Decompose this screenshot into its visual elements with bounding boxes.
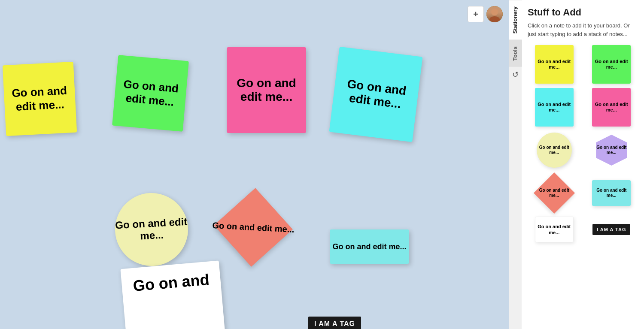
stat-note-diamond[interactable]: Go on and edit me... [535, 174, 574, 212]
stat-note-text: Go on and edit me... [592, 102, 631, 113]
sticky-note-diamond[interactable]: Go on and edit me... [208, 182, 298, 272]
stationery-green[interactable]: Go on and edit me... [585, 45, 638, 84]
stationery-hexagon[interactable]: Go on and edit me... [585, 131, 638, 169]
note-text: Go on and edit me... [3, 84, 76, 114]
stat-note-text: Go on and edit me... [535, 59, 574, 70]
sidebar-subtitle: Click on a note to add it to your board.… [528, 21, 638, 38]
stat-tag[interactable]: I AM A TAG [592, 224, 630, 235]
sticky-note-cyan[interactable]: Go on and edit me... [329, 47, 423, 142]
stationery-small-rect[interactable]: Go on and edit me... [585, 174, 638, 212]
stationery-grid-3: Go on and edit me... Go on and edit me..… [528, 131, 638, 169]
stat-note-small-rect[interactable]: Go on and edit me... [592, 180, 631, 206]
note-text: Go on and edit me... [115, 216, 189, 244]
stat-note-white[interactable]: Go on and edit me... [535, 217, 574, 242]
tab-stationery[interactable]: Stationery [509, 0, 522, 40]
stat-note-text: Go on and edit me... [592, 145, 631, 155]
note-text: Go on and edit me... [332, 242, 406, 251]
stationery-circle[interactable]: Go on and edit me... [528, 131, 581, 169]
stationery-white-note[interactable]: Go on and edit me... [528, 217, 581, 242]
note-text: Go on and edit me... [114, 77, 187, 110]
sidebar: Stationery Tools ↺ Stuff to Add Click on… [509, 0, 644, 329]
sticky-note-pink[interactable]: Go on and edit me... [227, 47, 306, 133]
note-text: Go on and edit me... [227, 76, 306, 104]
stat-note-text: Go on and edit me... [535, 223, 573, 236]
stat-note-text: Go on and edit me... [592, 188, 631, 198]
canvas: + Go on and edit me... Go on and edit me… [0, 0, 509, 329]
stat-note-yellow[interactable]: Go on and edit me... [535, 45, 574, 84]
note-text: Go on and [132, 270, 210, 296]
svg-point-0 [491, 9, 498, 15]
stat-note-text: Go on and edit me... [535, 102, 574, 113]
stationery-grid-4: Go on and edit me... Go on and edit me..… [528, 174, 638, 212]
stationery-pink[interactable]: Go on and edit me... [585, 88, 638, 127]
sticky-note-partial[interactable]: Go on and [120, 260, 227, 329]
stationery-yellow[interactable]: Go on and edit me... [528, 45, 581, 84]
stationery-cyan[interactable]: Go on and edit me... [528, 88, 581, 127]
stat-note-text: Go on and edit me... [535, 188, 574, 198]
stat-note-circle[interactable]: Go on and edit me... [537, 133, 572, 168]
sidebar-title: Stuff to Add [528, 7, 638, 18]
stat-note-pink[interactable]: Go on and edit me... [592, 88, 631, 127]
tag-note[interactable]: I AM A TAG [308, 317, 361, 329]
stat-note-cyan[interactable]: Go on and edit me... [535, 88, 574, 127]
note-text: Go on and edit me... [333, 75, 419, 113]
stationery-grid-5: Go on and edit me... I AM A TAG [528, 217, 638, 242]
svg-point-1 [489, 16, 500, 22]
sticky-note-yellow[interactable]: Go on and edit me... [3, 62, 77, 136]
sticky-note-rect[interactable]: Go on and edit me... [330, 229, 409, 264]
toolbar: + [468, 6, 503, 22]
undo-button[interactable]: ↺ [509, 68, 522, 81]
stat-note-green[interactable]: Go on and edit me... [592, 45, 631, 84]
sticky-note-green[interactable]: Go on and edit me... [112, 55, 189, 132]
tab-tools[interactable]: Tools [509, 40, 522, 67]
stat-note-hexagon[interactable]: Go on and edit me... [592, 131, 631, 169]
stat-tag-text: I AM A TAG [597, 227, 626, 232]
stationery-diamond[interactable]: Go on and edit me... [528, 174, 581, 212]
stationery-grid-1: Go on and edit me... Go on and edit me..… [528, 45, 638, 84]
stat-note-text: Go on and edit me... [592, 59, 631, 70]
sticky-note-circle[interactable]: Go on and edit me... [113, 191, 190, 268]
stat-note-text: Go on and edit me... [537, 145, 572, 155]
stationery-tag[interactable]: I AM A TAG [585, 224, 638, 235]
stationery-grid-2: Go on and edit me... Go on and edit me..… [528, 88, 638, 127]
sidebar-panel: Stuff to Add Click on a note to add it t… [522, 0, 644, 329]
add-button[interactable]: + [468, 6, 484, 22]
sidebar-tab-strip: Stationery Tools ↺ [509, 0, 522, 329]
stationery-section: Go on and edit me... Go on and edit me..… [528, 45, 638, 242]
avatar[interactable] [486, 6, 503, 22]
tag-text: I AM A TAG [314, 320, 355, 327]
